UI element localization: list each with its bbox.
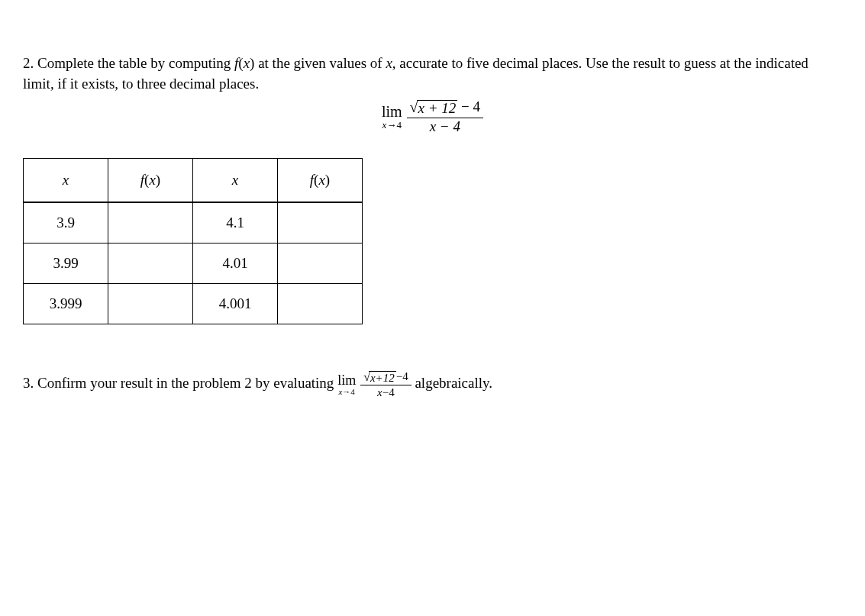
cell-x-right: 4.01 [193,243,278,283]
cell-fx-left [108,283,193,324]
lim-label: lim [382,104,402,119]
values-table: x f(x) x f(x) 3.9 4.1 3.99 4.01 3.999 4.… [23,158,363,324]
cell-fx-right [278,202,363,243]
limit-operator: lim x→4 [382,104,402,130]
sqrt-expression: √ x+12 [363,370,396,385]
problem-2-mid1: at the given values of [254,55,386,71]
header-fx-left: f(x) [108,158,193,202]
cell-fx-left [108,202,193,243]
table-row: 3.999 4.001 [24,283,363,324]
problem-3-suffix: algebraically. [412,375,492,391]
lim-subscript: x→4 [382,120,402,130]
sqrt-sign-icon: √ [410,99,418,118]
lim-subscript: x→4 [338,388,354,396]
sqrt-expression: √ x + 12 [410,98,458,117]
problem-3-prefix: 3. Confirm your result in the problem 2 … [23,375,337,391]
sqrt-sign-icon: √ [363,371,370,385]
header-x-right: x [193,158,278,202]
problem-3-statement: 3. Confirm your result in the problem 2 … [23,370,842,399]
limit-denominator: x − 4 [427,118,463,135]
lim-label: lim [337,373,356,387]
sqrt-body: x+12 [369,371,396,385]
cell-x-left: 3.99 [24,243,108,283]
problem-2-prefix: 2. Complete the table by computing [23,55,234,71]
inline-limit-expression: lim x→4 √ x+12 −4 x−4 [337,370,412,399]
limit-operator: lim x→4 [337,373,356,396]
cell-fx-right [278,283,363,324]
cell-x-right: 4.1 [193,202,278,243]
sqrt-body: x + 12 [417,100,458,117]
cell-fx-right [278,243,363,283]
numerator-rest: − 4 [457,98,480,114]
table-row: 3.9 4.1 [24,202,363,243]
limit-numerator: √ x+12 −4 [360,370,412,386]
limit-fraction: √ x + 12 − 4 x − 4 [407,98,483,135]
header-x-left: x [24,158,108,202]
limit-fraction: √ x+12 −4 x−4 [360,370,412,399]
table-header-row: x f(x) x f(x) [24,158,363,202]
limit-numerator: √ x + 12 − 4 [407,98,483,118]
var-x: x [386,55,392,71]
cell-x-left: 3.999 [24,283,108,324]
limit-expression: lim x→4 √ x + 12 − 4 x − 4 [23,98,842,135]
header-fx-right: f(x) [278,158,363,202]
cell-x-left: 3.9 [24,202,108,243]
table-row: 3.99 4.01 [24,243,363,283]
cell-fx-left [108,243,193,283]
fx-x: x [244,55,250,71]
limit-denominator: x−4 [374,385,398,399]
problem-2-statement: 2. Complete the table by computing f(x) … [23,53,842,94]
numerator-rest: −4 [396,370,408,382]
cell-x-right: 4.001 [193,283,278,324]
